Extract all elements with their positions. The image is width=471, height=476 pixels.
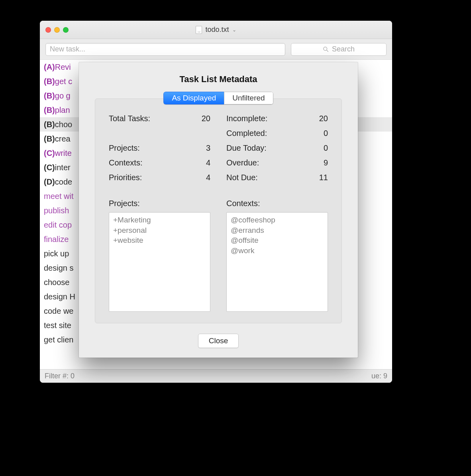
incomplete-label: Incomplete: <box>226 114 267 123</box>
search-icon <box>323 46 329 52</box>
notdue-label: Not Due: <box>226 173 258 182</box>
close-button[interactable]: Close <box>198 334 239 348</box>
contexts-listbox[interactable]: @coffeeshop@errands@offsite@work <box>226 212 328 312</box>
list-item[interactable]: +personal <box>113 225 206 236</box>
list-item[interactable]: +website <box>113 235 206 246</box>
search-placeholder: Search <box>332 45 355 53</box>
zoom-window-button[interactable] <box>63 27 69 33</box>
window-title: todo.txt ⌄ <box>40 26 392 34</box>
status-filter-count: Filter #: 0 <box>45 372 75 380</box>
view-toggle: As Displayed Unfiltered <box>95 92 342 104</box>
stats-panel: Total Tasks:20 Incomplete:20 Completed:0… <box>95 98 342 323</box>
list-item[interactable]: @work <box>231 246 324 256</box>
close-window-button[interactable] <box>45 27 51 33</box>
total-tasks-value: 20 <box>194 114 210 123</box>
incomplete-value: 20 <box>312 114 328 123</box>
contexts-list-header: Contexts: <box>226 199 328 208</box>
duetoday-label: Due Today: <box>226 144 267 153</box>
chevron-down-icon[interactable]: ⌄ <box>232 27 236 33</box>
sheet-title: Task List Metadata <box>95 74 342 85</box>
priorities-value: 4 <box>194 173 210 182</box>
list-item[interactable]: @errands <box>231 225 324 236</box>
minimize-window-button[interactable] <box>54 27 60 33</box>
completed-value: 0 <box>312 129 328 138</box>
projects-listbox[interactable]: +Marketing+personal+website <box>109 212 210 312</box>
contexts-count-label: Contexts: <box>109 158 142 167</box>
list-item[interactable]: +Marketing <box>113 215 206 225</box>
contexts-count-value: 4 <box>194 158 210 167</box>
overdue-label: Overdue: <box>226 158 259 167</box>
tab-unfiltered[interactable]: Unfiltered <box>224 92 273 104</box>
new-task-input[interactable] <box>45 43 285 56</box>
metadata-sheet: Task List Metadata As Displayed Unfilter… <box>79 62 358 358</box>
projects-count-label: Projects: <box>109 144 140 153</box>
status-due-count: ue: 9 <box>371 372 387 380</box>
priorities-label: Priorities: <box>109 173 142 182</box>
projects-count-value: 3 <box>194 144 210 153</box>
window-title-text: todo.txt <box>205 26 229 34</box>
toolbar: Search <box>40 39 392 60</box>
tab-as-displayed[interactable]: As Displayed <box>163 92 224 104</box>
duetoday-value: 0 <box>312 144 328 153</box>
completed-label: Completed: <box>226 129 267 138</box>
svg-line-1 <box>326 50 328 51</box>
list-item[interactable]: @coffeeshop <box>231 215 324 225</box>
total-tasks-label: Total Tasks: <box>109 114 150 123</box>
svg-point-0 <box>324 47 327 51</box>
overdue-value: 9 <box>312 158 328 167</box>
window-controls <box>45 27 69 33</box>
search-field[interactable]: Search <box>291 43 387 56</box>
document-icon <box>196 26 202 34</box>
projects-list-header: Projects: <box>109 199 210 208</box>
statusbar: Filter #: 0 ue: 9 <box>40 369 392 383</box>
list-item[interactable]: @offsite <box>231 235 324 246</box>
notdue-value: 11 <box>312 173 328 182</box>
titlebar: todo.txt ⌄ <box>40 21 392 39</box>
